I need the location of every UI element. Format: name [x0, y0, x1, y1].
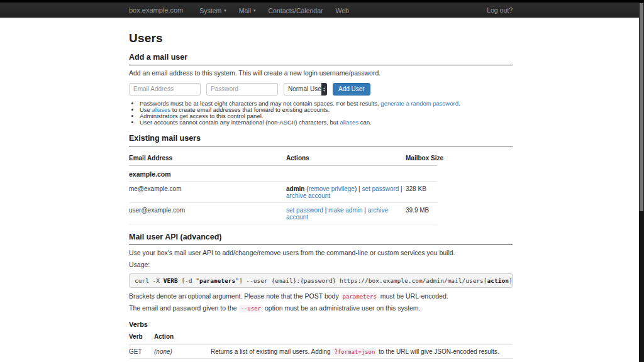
add-user-intro: Add an email address to this system. Thi… — [129, 70, 513, 77]
mail-api-heading: Mail user API (advanced) — [129, 233, 513, 245]
verb-row: POST/addAdds a new mail user. Required P… — [129, 358, 513, 362]
archive-account-link[interactable]: archive account — [286, 192, 330, 199]
scrollbar-thumb[interactable] — [640, 3, 643, 211]
verbs-table: VerbAction GET(none)Returns a list of ex… — [129, 330, 513, 362]
user-email: me@example.com — [129, 181, 286, 202]
add-mail-user-heading: Add a mail user — [129, 53, 513, 65]
users-col-mailbox-size: Mailbox Size — [406, 151, 437, 166]
api-note-user-option: The email and password given to the --us… — [129, 305, 513, 313]
email-address-input[interactable] — [129, 83, 201, 96]
mailbox-size: 328 KB — [406, 181, 437, 202]
verb-row: GET(none)Returns a list of existing mail… — [129, 344, 513, 358]
user-actions: set password | make admin | archive acco… — [286, 202, 406, 224]
navbar-item-contacts-calendar[interactable]: Contacts/Calendar — [262, 7, 330, 14]
verb-description: Adds a new mail user. Required POST-body… — [211, 358, 513, 362]
user-row: user@example.comset password | make admi… — [129, 202, 437, 224]
api-intro: Use your box's mail user API to add/chan… — [129, 250, 513, 257]
user-actions: admin (remove privilege) | set password … — [286, 181, 406, 202]
note-item: Use aliases to create email addresses th… — [140, 107, 513, 113]
users-col-email-address: Email Address — [129, 151, 286, 166]
api-note-brackets: Brackets denote an optional argument. Pl… — [129, 293, 513, 301]
verb-method: POST — [129, 358, 154, 362]
verbs-col-description — [211, 330, 513, 344]
privilege-select[interactable]: Normal User ▲▼ — [284, 83, 327, 96]
users-col-actions: Actions — [286, 151, 406, 166]
user-row: me@example.comadmin (remove privilege) |… — [129, 181, 437, 202]
password-input[interactable] — [206, 83, 278, 96]
remove-privilege-link[interactable]: remove privilege — [309, 185, 355, 192]
verbs-col-verb: Verb — [129, 330, 154, 344]
caret-down-icon: ▾ — [253, 8, 256, 13]
verbs-heading: Verbs — [129, 321, 513, 328]
code-arg-action: action — [487, 277, 509, 284]
inline-code-parameters: parameters — [341, 293, 379, 300]
add-user-form: Normal User ▲▼ Add User — [129, 83, 513, 96]
verb-action: (none) — [154, 344, 211, 358]
code-arg-parameters: parameters — [199, 277, 235, 284]
navbar-menu: System▾Mail▾Contacts/CalendarWeb — [193, 4, 355, 16]
domain-group-row: example.com — [129, 165, 437, 181]
usage-code-block: curl -X VERB [-d "parameters"] --user {e… — [129, 273, 513, 288]
note-item: Passwords must be at least eight charact… — [140, 101, 513, 107]
user-email: user@example.com — [129, 202, 286, 224]
verbs-col-action: Action — [154, 330, 211, 344]
admin-label: admin — [286, 185, 304, 192]
set-password-link[interactable]: set password — [362, 185, 399, 192]
privilege-selected-value: Normal User — [288, 85, 323, 92]
existing-users-table: Email AddressActionsMailbox Size example… — [129, 151, 437, 224]
aliases-link[interactable]: aliases — [152, 106, 171, 113]
navbar-item-web[interactable]: Web — [330, 7, 355, 14]
aliases-link[interactable]: aliases — [340, 119, 358, 126]
caret-down-icon: ▾ — [224, 8, 226, 13]
logout-link[interactable]: Log out? — [487, 6, 513, 14]
users-table-header: Email AddressActionsMailbox Size — [129, 151, 437, 166]
select-caret-icon: ▲▼ — [321, 83, 327, 96]
add-user-button[interactable]: Add User — [333, 83, 370, 96]
set-password-link[interactable]: set password — [286, 207, 323, 214]
navbar-item-mail[interactable]: Mail▾ — [233, 7, 262, 14]
screen-top-edge — [0, 0, 644, 3]
navbar-brand[interactable]: box.example.com — [129, 6, 183, 14]
code-arg-verb: VERB — [164, 277, 178, 284]
inline-code-format-json: ?format=json — [332, 348, 377, 356]
domain-name: example.com — [129, 165, 437, 181]
verb-action: /add — [154, 358, 211, 362]
add-user-notes-list: Passwords must be at least eight charact… — [129, 101, 513, 126]
page-title: Users — [129, 31, 513, 45]
vertical-scrollbar[interactable] — [639, 0, 644, 362]
navbar: box.example.com System▾Mail▾Contacts/Cal… — [0, 3, 639, 18]
verb-method: GET — [129, 344, 154, 358]
generate-a-random-password-link[interactable]: generate a random password — [380, 100, 458, 107]
verb-description: Returns a list of existing mail users. A… — [211, 344, 513, 358]
usage-label: Usage: — [129, 261, 513, 269]
mailbox-size: 39.9 MB — [406, 202, 437, 224]
existing-users-heading: Existing mail users — [129, 134, 513, 146]
inline-code-user: --user — [239, 305, 264, 312]
note-item: User accounts cannot contain any interna… — [140, 119, 513, 126]
main-content: Users Add a mail user Add an email addre… — [129, 18, 513, 362]
make-admin-link[interactable]: make admin — [328, 207, 362, 214]
verbs-table-header: VerbAction — [129, 330, 513, 344]
navbar-item-system[interactable]: System▾ — [193, 7, 233, 14]
note-item: Administrators get access to this contro… — [140, 113, 513, 119]
